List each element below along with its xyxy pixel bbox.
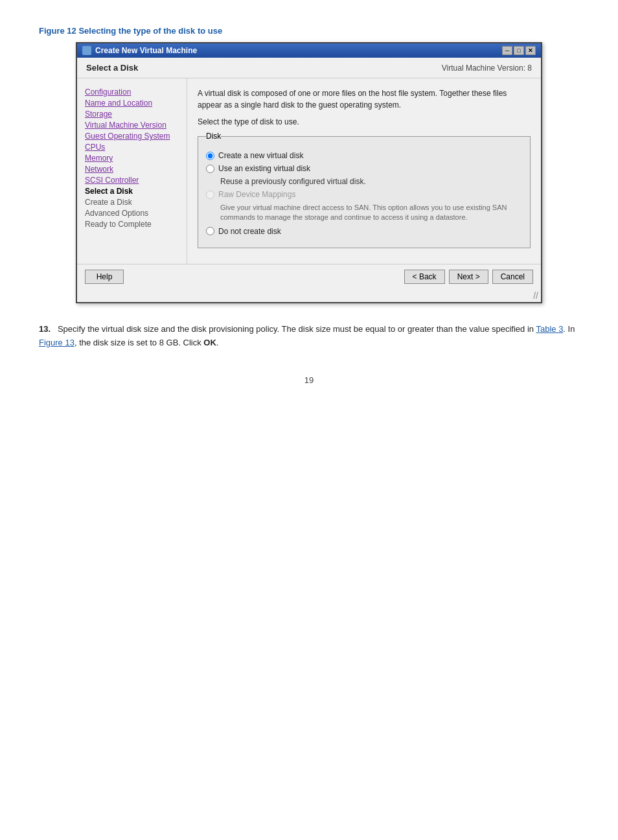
header-version: Virtual Machine Version: 8 xyxy=(442,64,532,73)
label-raw-device: Raw Device Mappings xyxy=(218,190,295,199)
option-no-disk[interactable]: Do not create disk xyxy=(206,227,522,236)
page-number: 19 xyxy=(39,375,579,385)
radio-create-new[interactable] xyxy=(206,152,214,160)
option-create-new[interactable]: Create a new virtual disk xyxy=(206,151,522,160)
radio-use-existing[interactable] xyxy=(206,165,214,173)
minimize-button[interactable]: ─ xyxy=(502,46,512,55)
cancel-button[interactable]: Cancel xyxy=(492,270,533,284)
sidebar-item-configuration[interactable]: Configuration xyxy=(85,88,179,97)
table3-link[interactable]: Table 3 xyxy=(536,324,563,334)
resize-handle: // xyxy=(77,289,541,302)
dialog-header: Select a Disk Virtual Machine Version: 8 xyxy=(77,58,541,78)
sidebar-item-memory[interactable]: Memory xyxy=(85,154,179,163)
sidebar: Configuration Name and Location Storage … xyxy=(77,78,187,264)
sublabel-raw-device: Give your virtual machine direct access … xyxy=(220,203,522,223)
label-use-existing: Use an existing virtual disk xyxy=(218,164,310,173)
help-button[interactable]: Help xyxy=(85,270,124,284)
header-title: Select a Disk xyxy=(86,63,138,73)
sublabel-use-existing: Reuse a previously configured virtual di… xyxy=(220,177,522,186)
disk-groupbox: Disk Create a new virtual disk Use an ex… xyxy=(198,132,531,248)
label-create-new: Create a new virtual disk xyxy=(218,151,303,160)
titlebar-left: Create New Virtual Machine xyxy=(82,46,197,55)
sidebar-item-guest-os[interactable]: Guest Operating System xyxy=(85,132,179,141)
main-description: A virtual disk is composed of one or mor… xyxy=(198,88,531,111)
sidebar-item-scsi-controller[interactable]: SCSI Controller xyxy=(85,176,179,185)
step-13-text: 13. Specify the virtual disk size and th… xyxy=(39,323,579,350)
sidebar-item-network[interactable]: Network xyxy=(85,165,179,174)
sidebar-item-create-disk: Create a Disk xyxy=(85,198,179,207)
dialog-footer: Help < Back Next > Cancel xyxy=(77,264,541,289)
sidebar-item-select-disk: Select a Disk xyxy=(85,187,179,196)
vm-dialog: Create New Virtual Machine ─ □ ✕ Select … xyxy=(76,42,542,303)
sidebar-item-storage[interactable]: Storage xyxy=(85,110,179,119)
back-button[interactable]: < Back xyxy=(404,270,445,284)
figure-caption: Figure 12 Selecting the type of the disk… xyxy=(39,26,579,36)
dialog-titlebar: Create New Virtual Machine ─ □ ✕ xyxy=(77,43,541,58)
main-content: A virtual disk is composed of one or mor… xyxy=(187,78,541,264)
option-use-existing[interactable]: Use an existing virtual disk xyxy=(206,164,522,173)
radio-no-disk[interactable] xyxy=(206,227,214,235)
dialog-title: Create New Virtual Machine xyxy=(95,46,197,55)
sidebar-item-cpus[interactable]: CPUs xyxy=(85,143,179,152)
option-raw-device[interactable]: Raw Device Mappings xyxy=(206,190,522,199)
sidebar-item-ready-to-complete: Ready to Complete xyxy=(85,220,179,229)
footer-right-buttons: < Back Next > Cancel xyxy=(404,270,533,284)
dialog-icon xyxy=(82,46,91,55)
sidebar-item-advanced-options: Advanced Options xyxy=(85,209,179,218)
figure13-link[interactable]: Figure 13 xyxy=(39,338,74,347)
radio-raw-device xyxy=(206,191,214,199)
maximize-button[interactable]: □ xyxy=(514,46,524,55)
label-no-disk: Do not create disk xyxy=(218,227,281,236)
sidebar-item-vm-version[interactable]: Virtual Machine Version xyxy=(85,121,179,130)
close-button[interactable]: ✕ xyxy=(525,46,536,55)
sidebar-item-name-location[interactable]: Name and Location xyxy=(85,99,179,108)
window-controls[interactable]: ─ □ ✕ xyxy=(502,46,536,55)
select-type-label: Select the type of disk to use. xyxy=(198,117,531,126)
dialog-body: Configuration Name and Location Storage … xyxy=(77,78,541,264)
disk-legend: Disk xyxy=(206,132,221,141)
step-number: 13. xyxy=(39,324,51,334)
ok-text: OK xyxy=(203,338,216,347)
next-button[interactable]: Next > xyxy=(449,270,488,284)
